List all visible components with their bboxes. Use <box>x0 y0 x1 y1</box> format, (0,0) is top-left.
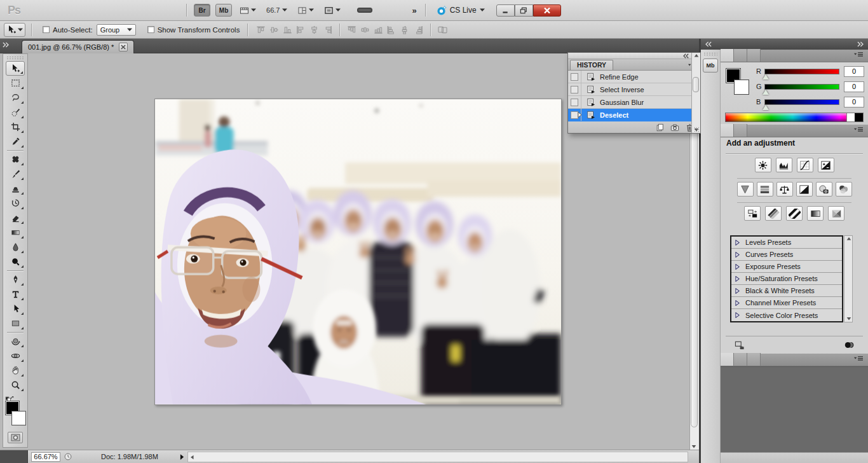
restore-button[interactable] <box>515 4 533 17</box>
panel-tab[interactable] <box>734 353 747 366</box>
panel-menu-icon[interactable] <box>854 52 867 60</box>
workspace-overflow-button[interactable]: » <box>408 6 420 15</box>
tool-zoom[interactable] <box>6 378 25 392</box>
button-align-right-edges[interactable] <box>322 25 334 35</box>
adjustment-invert[interactable] <box>744 206 761 221</box>
panel-grip[interactable] <box>6 56 24 60</box>
tool-orbit-3d[interactable] <box>6 349 25 363</box>
arrange-documents-button[interactable] <box>294 5 317 16</box>
workspace-essentials[interactable] <box>357 8 372 13</box>
collapse-dock-right-icon[interactable] <box>857 41 864 47</box>
clip-to-layer-icon[interactable] <box>844 341 854 349</box>
button-auto-align-layers[interactable] <box>437 25 449 35</box>
background-color-swatch[interactable] <box>12 411 25 425</box>
tool-eyedropper[interactable] <box>6 134 25 149</box>
new-document-from-state-icon[interactable] <box>656 123 664 132</box>
auto-select-group-dropdown[interactable]: Group <box>97 24 136 36</box>
expand-triangle-icon[interactable] <box>735 252 740 258</box>
collapse-dock-left-icon[interactable] <box>705 41 712 47</box>
canvas-horizontal-scrollbar[interactable] <box>187 452 688 462</box>
channel-slider[interactable] <box>764 84 839 90</box>
black-swatch[interactable] <box>855 113 863 121</box>
presets-scrollbar[interactable] <box>844 235 853 322</box>
adjustment-channel-mixer[interactable] <box>836 182 852 197</box>
button-align-bottom-edges[interactable] <box>281 25 294 35</box>
panel-tab[interactable] <box>734 49 747 62</box>
button-distribute-horizontal-centers[interactable] <box>399 25 411 35</box>
scroll-down-icon[interactable] <box>691 445 696 448</box>
scrollbar-thumb[interactable] <box>693 77 699 92</box>
adjustment-color-balance[interactable] <box>776 182 793 197</box>
channel-value-field[interactable] <box>844 66 864 77</box>
preset-row[interactable]: Channel Mixer Presets <box>731 297 842 309</box>
button-distribute-top-edges[interactable] <box>346 25 358 35</box>
adjustment-brightness-contrast[interactable] <box>755 158 771 172</box>
tool-history-brush[interactable] <box>6 196 25 211</box>
preset-row[interactable]: Exposure Presets <box>731 261 842 273</box>
bridge-button[interactable]: Br <box>194 4 210 17</box>
preset-row[interactable]: Curves Presets <box>731 249 842 261</box>
tool-rect-marquee[interactable] <box>6 76 25 90</box>
adjustment-posterize[interactable] <box>765 206 782 221</box>
adjustment-levels[interactable] <box>776 158 792 172</box>
resize-grip[interactable] <box>694 127 700 132</box>
tool-rectangle[interactable] <box>6 316 25 331</box>
panel-tab[interactable] <box>734 124 747 137</box>
tool-dodge[interactable] <box>6 254 25 269</box>
tool-crop[interactable] <box>6 120 25 134</box>
history-entry[interactable]: Deselect <box>568 109 700 121</box>
history-entry[interactable]: Select Inverse <box>568 83 700 96</box>
zoom-level-value[interactable]: 66.7 <box>266 6 280 14</box>
channel-value-field[interactable] <box>844 81 864 92</box>
preset-row[interactable]: Black & White Presets <box>731 285 842 297</box>
button-align-top-edges[interactable] <box>255 25 267 35</box>
channel-slider[interactable] <box>764 99 839 105</box>
adjustment-gradient-map[interactable] <box>807 206 824 221</box>
tool-gradient[interactable] <box>6 225 25 240</box>
swap-colors-icon[interactable] <box>5 395 15 401</box>
close-button[interactable] <box>533 4 561 17</box>
expand-triangle-icon[interactable] <box>735 312 740 318</box>
tool-lasso[interactable] <box>6 90 25 105</box>
button-align-vertical-centers[interactable] <box>268 25 280 35</box>
scroll-up-icon[interactable] <box>846 237 851 240</box>
tool-path-selection[interactable] <box>6 301 25 316</box>
current-tool-badge[interactable] <box>4 23 25 37</box>
canvas-document[interactable] <box>154 99 562 405</box>
scroll-left-icon[interactable] <box>191 455 194 460</box>
adjustment-vibrance[interactable] <box>737 182 754 197</box>
expand-triangle-icon[interactable] <box>735 264 740 270</box>
channel-value-field[interactable] <box>844 97 864 107</box>
panel-tab[interactable] <box>747 49 761 62</box>
statusbar-zoom-field[interactable] <box>31 452 60 462</box>
panel-menu-icon[interactable] <box>854 356 867 364</box>
adjustment-curves[interactable] <box>797 158 813 172</box>
preset-row[interactable]: Hue/Saturation Presets <box>731 273 842 285</box>
collapse-panel-icon[interactable] <box>683 53 689 59</box>
tool-quick-selection[interactable] <box>6 105 25 120</box>
scroll-up-icon[interactable] <box>694 54 699 57</box>
minimize-button[interactable] <box>496 4 515 17</box>
button-distribute-bottom-edges[interactable] <box>372 25 384 35</box>
button-align-horizontal-centers[interactable] <box>308 25 320 35</box>
zoom-level-control[interactable]: 66.7 <box>266 6 287 14</box>
button-align-left-edges[interactable] <box>295 25 307 35</box>
tool-clone-stamp[interactable] <box>6 181 25 196</box>
new-snapshot-icon[interactable] <box>670 123 679 132</box>
adjustment-hue-saturation[interactable] <box>757 182 773 197</box>
adjustment-threshold[interactable] <box>786 206 803 221</box>
expand-triangle-icon[interactable] <box>735 276 740 282</box>
history-tab[interactable]: HISTORY <box>570 60 613 70</box>
tool-eraser[interactable] <box>6 211 25 225</box>
preset-row[interactable]: Selective Color Presets <box>731 309 842 321</box>
panel-tab[interactable] <box>721 124 734 137</box>
adjustment-black-white[interactable] <box>796 182 813 197</box>
expand-triangle-icon[interactable] <box>735 300 740 306</box>
tool-brush[interactable] <box>6 167 25 181</box>
button-distribute-left-edges[interactable] <box>386 25 398 35</box>
history-entry[interactable]: Refine Edge <box>568 71 700 83</box>
tool-hand[interactable] <box>6 363 25 378</box>
panel-tab[interactable] <box>747 353 761 366</box>
expand-triangle-icon[interactable] <box>735 288 740 294</box>
quick-mask-button[interactable] <box>8 432 23 443</box>
